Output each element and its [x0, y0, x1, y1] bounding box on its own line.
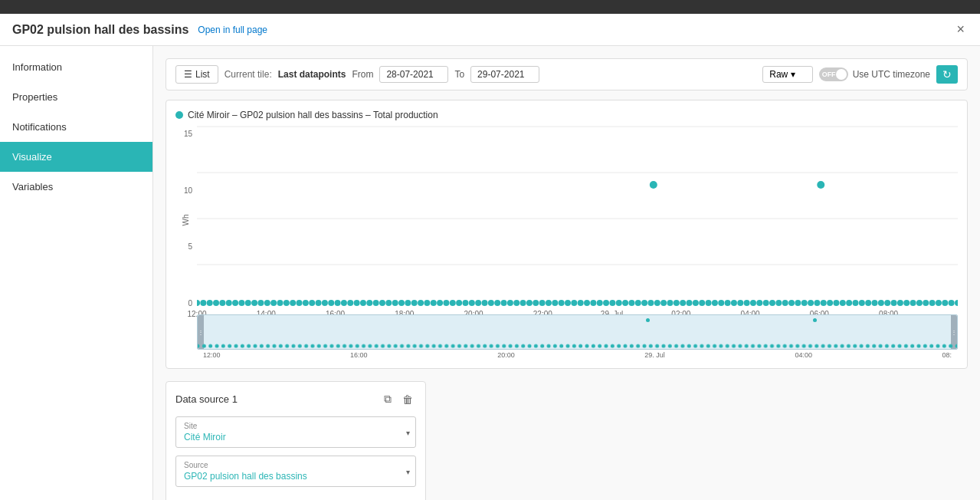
site-field-label: Site	[184, 422, 392, 430]
sidebar-item-information[interactable]: Information	[0, 52, 152, 82]
legend-text: Cité Miroir – GP02 pulsion hall des bass…	[188, 110, 438, 120]
datasource-actions: ⧉ 🗑	[381, 391, 416, 407]
mini-dot-2	[813, 318, 817, 322]
mini-x-1600: 16:00	[350, 351, 368, 359]
data-point-high-2	[817, 181, 824, 189]
source-field-label: Source	[184, 461, 392, 469]
source-field[interactable]: Source GP02 pulsion hall des bassins	[175, 456, 416, 487]
utc-toggle-wrapper: OFF Use UTC timezone	[819, 67, 930, 81]
source-field-wrapper: Source GP02 pulsion hall des bassins ▾	[175, 456, 416, 487]
sidebar-item-variables[interactable]: Variables	[0, 172, 152, 202]
source-field-value: GP02 pulsion hall des bassins	[184, 471, 392, 482]
chart-svg: // Will generate dots via JS below 12:00…	[197, 127, 958, 311]
toolbar: ☰ List Current tile: Last datapoints Fro…	[166, 58, 968, 90]
sidebar: Information Properties Notifications Vis…	[0, 46, 153, 500]
utc-toggle[interactable]: OFF	[819, 67, 848, 81]
utc-label: Use UTC timezone	[853, 69, 930, 80]
data-point-high-1	[650, 181, 657, 189]
to-date-input[interactable]	[470, 66, 539, 83]
list-button[interactable]: ☰ List	[175, 65, 218, 84]
raw-dropdown[interactable]: Raw ▾	[762, 66, 812, 83]
current-tile-prefix: Current tile:	[225, 69, 272, 80]
modal-body: Information Properties Notifications Vis…	[0, 46, 980, 500]
open-full-page-link[interactable]: Open in full page	[198, 25, 267, 35]
y-tick-0: 0	[188, 299, 192, 308]
mini-chart[interactable]: ⋮ ⋮	[197, 314, 958, 350]
close-button[interactable]: ×	[953, 21, 968, 38]
mini-chart-container: ⋮ ⋮ 12:00	[197, 314, 958, 359]
sidebar-item-properties[interactable]: Properties	[0, 82, 152, 112]
mini-handle-right[interactable]: ⋮	[951, 315, 957, 349]
site-field-value: Cité Miroir	[184, 432, 392, 442]
site-field-container[interactable]: Site Cité Miroir ▾	[175, 416, 416, 448]
datasource-copy-button[interactable]: ⧉	[381, 391, 395, 407]
refresh-icon: ↻	[942, 68, 952, 81]
from-date-input[interactable]	[379, 66, 448, 83]
from-label: From	[352, 69, 373, 80]
source-field-container[interactable]: Source GP02 pulsion hall des bassins ▾	[175, 456, 416, 487]
mini-handle-left[interactable]: ⋮	[198, 315, 204, 349]
current-tile-value: Last datapoints	[278, 69, 346, 80]
mini-chart-wrapper: ⋮ ⋮ 12:00	[175, 314, 958, 359]
refresh-button[interactable]: ↻	[936, 65, 958, 84]
sidebar-item-notifications[interactable]: Notifications	[0, 112, 152, 142]
chart-legend: Cité Miroir – GP02 pulsion hall des bass…	[175, 110, 958, 120]
mini-x-29jul: 29. Jul	[644, 351, 665, 359]
datasource-delete-button[interactable]: 🗑	[399, 391, 416, 407]
raw-select-wrapper: Raw ▾ OFF Use UTC timezone ↻	[762, 65, 958, 84]
mini-dot-1	[646, 318, 650, 322]
site-field[interactable]: Site Cité Miroir	[175, 416, 416, 448]
y-tick-10: 10	[184, 186, 192, 195]
mini-canvas	[198, 315, 957, 349]
mini-x-1200: 12:00	[203, 351, 221, 359]
list-icon: ☰	[184, 69, 192, 80]
y-tick-15: 15	[184, 130, 192, 138]
bottom-section: Data source 1 ⧉ 🗑 Site Cité Miroir	[166, 381, 968, 500]
toggle-off-label: OFF	[822, 71, 836, 78]
legend-dot	[175, 111, 183, 119]
y-axis-unit-label: Wh	[182, 214, 190, 225]
sidebar-item-visualize[interactable]: Visualize	[0, 142, 152, 172]
modal-title: GP02 pulsion hall des bassins	[12, 23, 188, 37]
mini-x-axis: 12:00 16:00 20:00 29. Jul 04:00 08:	[197, 351, 958, 359]
datasource-card: Data source 1 ⧉ 🗑 Site Cité Miroir	[166, 381, 426, 500]
y-tick-5: 5	[188, 242, 192, 251]
main-content: ☰ List Current tile: Last datapoints Fro…	[153, 46, 980, 500]
chart-plot-area: Wh	[197, 127, 958, 313]
datasource-title: Data source 1	[175, 393, 238, 405]
mini-x-0400: 04:00	[795, 351, 812, 359]
toggle-knob	[836, 69, 847, 80]
datasource-header: Data source 1 ⧉ 🗑	[175, 391, 416, 407]
mini-x-2000: 20:00	[497, 351, 515, 359]
mini-x-08: 08:	[942, 351, 952, 359]
to-label: To	[454, 69, 464, 80]
chart-container: Cité Miroir – GP02 pulsion hall des bass…	[166, 100, 968, 369]
site-field-wrapper: Site Cité Miroir ▾	[175, 416, 416, 448]
modal-header: GP02 pulsion hall des bassins Open in fu…	[0, 14, 980, 46]
